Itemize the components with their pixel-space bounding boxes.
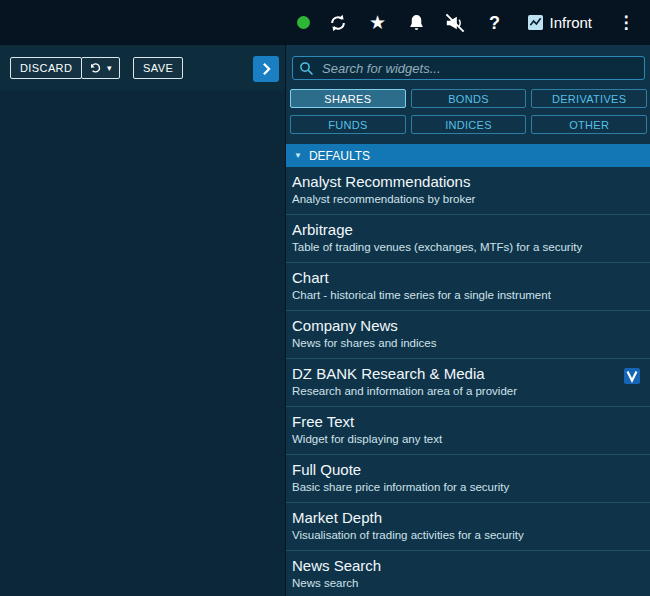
widget-list-item[interactable]: Full QuoteBasic share price information … <box>286 455 650 503</box>
widget-search-box <box>292 56 645 80</box>
widget-description: Basic share price information for a secu… <box>292 481 642 493</box>
undo-history-button[interactable]: ▾ <box>81 57 120 79</box>
announcements-muted-icon[interactable] <box>444 11 466 35</box>
undo-icon <box>89 62 102 74</box>
widget-list-item[interactable]: Free TextWidget for displaying any text <box>286 407 650 455</box>
widget-title: Full Quote <box>292 461 642 478</box>
infront-logo-icon <box>528 15 543 30</box>
widget-description: News search <box>292 577 642 589</box>
category-grid: SHARESBONDSDERIVATIVESFUNDSINDICESOTHER <box>290 89 647 134</box>
save-button[interactable]: SAVE <box>133 57 183 79</box>
category-shares[interactable]: SHARES <box>290 89 406 108</box>
dz-bank-logo-icon <box>624 368 640 384</box>
chevron-right-icon <box>261 62 272 76</box>
category-bonds[interactable]: BONDS <box>411 89 527 108</box>
widget-list-item[interactable]: ArbitrageTable of trading venues (exchan… <box>286 215 650 263</box>
connection-status-dot <box>297 16 310 29</box>
top-bar: ★ ? Infront ⋮ <box>0 0 650 45</box>
category-indices[interactable]: INDICES <box>411 115 527 134</box>
widget-description: Widget for displaying any text <box>292 433 642 445</box>
infront-logo: Infront <box>528 14 592 31</box>
widget-description: Analyst recommendations by broker <box>292 193 642 205</box>
widget-list-item[interactable]: ChartChart - historical time series for … <box>286 263 650 311</box>
widget-title: Analyst Recommendations <box>292 173 642 190</box>
widget-list-item[interactable]: Company NewsNews for shares and indices <box>286 311 650 359</box>
category-other[interactable]: OTHER <box>531 115 647 134</box>
widget-title: Market Depth <box>292 509 642 526</box>
widget-title: News Search <box>292 557 642 574</box>
widget-description: Research and information area of a provi… <box>292 385 642 397</box>
widget-title: Chart <box>292 269 642 286</box>
widget-list-item[interactable]: Market DepthVisualisation of trading act… <box>286 503 650 551</box>
widget-description: News for shares and indices <box>292 337 642 349</box>
category-derivatives[interactable]: DERIVATIVES <box>531 89 647 108</box>
defaults-section-header[interactable]: ▼ DEFAULTS <box>286 144 650 167</box>
category-funds[interactable]: FUNDS <box>290 115 406 134</box>
dashboard-workspace <box>0 91 285 596</box>
widget-description: Chart - historical time series for a sin… <box>292 289 642 301</box>
widget-list-item[interactable]: News SearchNews search <box>286 551 650 596</box>
widget-list: Analyst RecommendationsAnalyst recommend… <box>286 167 650 596</box>
widget-list-item[interactable]: DZ BANK Research & MediaResearch and inf… <box>286 359 650 407</box>
section-title: DEFAULTS <box>309 149 370 163</box>
collapse-triangle-icon: ▼ <box>294 152 302 160</box>
widget-title: DZ BANK Research & Media <box>292 365 642 382</box>
brand-name: Infront <box>549 14 592 31</box>
favorites-star-icon[interactable]: ★ <box>366 11 388 35</box>
alerts-bell-icon[interactable] <box>405 11 427 35</box>
widget-description: Table of trading venues (exchanges, MTFs… <box>292 241 642 253</box>
widget-browser-panel: SHARESBONDSDERIVATIVESFUNDSINDICESOTHER … <box>285 45 650 596</box>
chevron-down-icon: ▾ <box>107 64 112 73</box>
widget-title: Company News <box>292 317 642 334</box>
search-icon <box>299 61 314 76</box>
widget-description: Visualisation of trading activities for … <box>292 529 642 541</box>
help-icon[interactable]: ? <box>483 11 505 35</box>
collapse-panel-button[interactable] <box>253 56 279 82</box>
widget-search-input[interactable] <box>320 60 638 77</box>
widget-list-item[interactable]: Analyst RecommendationsAnalyst recommend… <box>286 167 650 215</box>
overflow-menu-icon[interactable]: ⋮ <box>615 11 637 35</box>
edit-toolbar: DISCARD ▾ SAVE <box>0 45 285 91</box>
refresh-icon[interactable] <box>327 11 349 35</box>
widget-title: Arbitrage <box>292 221 642 238</box>
widget-title: Free Text <box>292 413 642 430</box>
discard-button[interactable]: DISCARD <box>10 57 82 79</box>
